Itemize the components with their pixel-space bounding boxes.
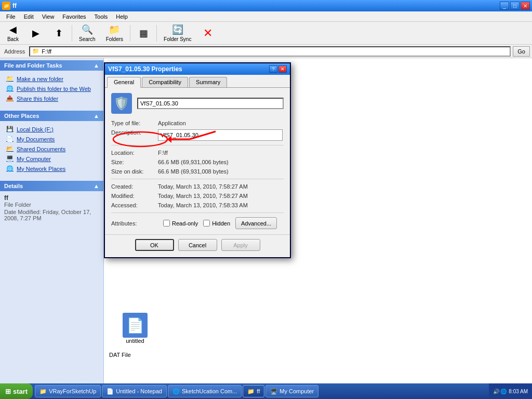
maximize-button[interactable]: □ — [510, 2, 520, 10]
notepad-icon: 📄 — [107, 388, 114, 395]
collapse-icon: ▲ — [94, 62, 99, 69]
cancel-button[interactable]: Cancel — [178, 239, 217, 251]
delete-icon: ✕ — [202, 27, 214, 39]
divider-2 — [111, 179, 284, 179]
dialog-help-button[interactable]: ? — [269, 65, 277, 73]
location-label: Location: — [111, 150, 158, 156]
share-icon: 📤 — [6, 95, 14, 102]
network-icon: 🌐 — [6, 165, 14, 172]
type-label: Type of file: — [111, 120, 158, 126]
menu-file[interactable]: File — [2, 12, 20, 21]
start-button[interactable]: ⊞ start — [0, 383, 33, 399]
my-computer-link[interactable]: 🖥️ My Computer — [4, 154, 99, 164]
folders-icon: 📁 — [108, 24, 121, 35]
taskbar-item-sketchucation[interactable]: 🌐 SketchUcation Com... — [168, 385, 242, 397]
details-date: Date Modified: Friday, October 17, 2008,… — [4, 209, 99, 221]
views-button[interactable]: ▦ — [132, 24, 154, 43]
computer-icon: 🖥️ — [6, 155, 14, 162]
share-folder-link[interactable]: 📤 Share this folder — [4, 94, 99, 103]
taskbar: ⊞ start 📁 VRayForSketchUp 📄 Untitled - N… — [0, 383, 532, 399]
details-section: Details ▲ ff File Folder Date Modified: … — [0, 181, 103, 224]
taskbar-item-mycomputer[interactable]: 🖥️ My Computer — [265, 385, 318, 397]
toolbar-separator-2 — [130, 25, 130, 42]
file-item-untitled[interactable]: 📄 untitled — [114, 313, 156, 344]
hidden-checkbox-label[interactable]: Hidden — [203, 220, 230, 227]
menu-view[interactable]: View — [38, 12, 59, 21]
toolbar: ◀ Back ▶ ⬆ 🔍 Search 📁 Folders ▦ 🔄 Folder… — [0, 22, 532, 45]
readonly-checkbox-label[interactable]: Read-only — [163, 220, 198, 227]
dat-file-icon: 📄 — [123, 313, 148, 338]
minimize-button[interactable]: _ — [500, 2, 509, 10]
size-value: 66.6 MB (69,931,006 bytes) — [158, 159, 229, 165]
menu-help[interactable]: Help — [112, 12, 132, 21]
delete-button[interactable]: ✕ — [197, 24, 219, 43]
folders-button[interactable]: 📁 Folders — [101, 24, 128, 43]
taskbar-item-notepad[interactable]: 📄 Untitled - Notepad — [102, 385, 167, 397]
publish-folder-link[interactable]: 🌐 Publish this folder to the Web — [4, 84, 99, 94]
created-label: Created: — [111, 183, 158, 190]
window-title: ff — [12, 2, 499, 9]
apply-button[interactable]: Apply — [221, 239, 260, 251]
dialog-title-bar: VfS7_01.05.30 Properties ? ✕ — [105, 63, 290, 75]
description-input[interactable] — [158, 129, 283, 141]
ok-button[interactable]: OK — [135, 239, 174, 251]
prop-size: Size: 66.6 MB (69,931,006 bytes) — [111, 159, 284, 165]
my-documents-link[interactable]: 📄 My Documents — [4, 134, 99, 144]
search-button[interactable]: 🔍 Search — [74, 24, 100, 43]
go-button[interactable]: Go — [513, 46, 530, 57]
tab-general[interactable]: General — [107, 77, 141, 88]
address-input[interactable]: 📁 F:\ff — [29, 46, 511, 57]
prop-description: Description: — [111, 129, 284, 141]
prop-size-on-disk: Size on disk: 66.6 MB (69,931,008 bytes) — [111, 168, 284, 175]
address-label: Address — [2, 48, 27, 55]
menu-tools[interactable]: Tools — [90, 12, 112, 21]
size-label: Size: — [111, 159, 158, 165]
tab-summary[interactable]: Summary — [189, 77, 227, 87]
readonly-checkbox[interactable] — [163, 220, 170, 227]
divider-1 — [111, 145, 284, 145]
my-network-places-link[interactable]: 🌐 My Network Places — [4, 164, 99, 174]
menu-edit[interactable]: Edit — [20, 12, 38, 21]
hidden-checkbox[interactable] — [203, 220, 210, 227]
taskbar-item-vray[interactable]: 📁 VRayForSketchUp — [35, 385, 101, 397]
collapse-icon-2: ▲ — [94, 113, 99, 119]
modified-label: Modified: — [111, 193, 158, 199]
description-label: Description: — [111, 129, 158, 141]
modified-value: Today, March 13, 2010, 7:58:27 AM — [158, 193, 248, 199]
advanced-button[interactable]: Advanced... — [235, 217, 277, 229]
folder-sync-button[interactable]: 🔄 Folder Sync — [159, 24, 196, 43]
make-new-folder-link[interactable]: 📁 Make a new folder — [4, 74, 99, 84]
documents-icon: 📄 — [6, 136, 14, 142]
dialog-footer: OK Cancel Apply — [105, 234, 290, 257]
shared-documents-link[interactable]: 📂 Shared Documents — [4, 144, 99, 154]
close-button[interactable]: ✕ — [521, 2, 530, 10]
search-icon: 🔍 — [81, 24, 94, 35]
accessed-value: Today, March 13, 2010, 7:58:33 AM — [158, 202, 248, 208]
shared-docs-icon: 📂 — [6, 145, 14, 152]
details-header[interactable]: Details ▲ — [0, 181, 103, 191]
local-disk-link[interactable]: 💾 Local Disk (F:) — [4, 124, 99, 134]
dialog-close-button[interactable]: ✕ — [278, 65, 287, 73]
menu-favorites[interactable]: Favorites — [58, 12, 90, 21]
forward-button[interactable]: ▶ — [25, 24, 47, 43]
address-icon: 📁 — [32, 48, 39, 55]
back-button[interactable]: ◀ Back — [2, 24, 24, 43]
file-folder-tasks-section: File and Folder Tasks ▲ 📁 Make a new fol… — [0, 60, 103, 107]
tab-compatibility[interactable]: Compatibility — [142, 77, 188, 87]
file-folder-tasks-header[interactable]: File and Folder Tasks ▲ — [0, 60, 103, 71]
dialog-title-text: VfS7_01.05.30 Properties — [108, 65, 269, 73]
other-places-header[interactable]: Other Places ▲ — [0, 111, 103, 121]
file-name-input[interactable] — [137, 98, 284, 109]
my-computer-tray-icon: 🖥️ — [270, 388, 277, 395]
up-button[interactable]: ⬆ — [48, 24, 70, 43]
details-name: ff — [4, 194, 99, 202]
size-on-disk-value: 66.6 MB (69,931,008 bytes) — [158, 168, 229, 175]
file-item-label: untitled — [126, 338, 144, 344]
taskbar-item-ff[interactable]: 📁 ff — [243, 385, 264, 397]
forward-icon: ▶ — [30, 27, 42, 39]
menu-bar: File Edit View Favorites Tools Help — [0, 11, 532, 22]
file-type-label: DAT File — [109, 352, 131, 358]
left-panel: File and Folder Tasks ▲ 📁 Make a new fol… — [0, 58, 104, 384]
other-places-content: 💾 Local Disk (F:) 📄 My Documents 📂 Share… — [0, 121, 103, 177]
folder-sync-icon: 🔄 — [171, 24, 184, 35]
